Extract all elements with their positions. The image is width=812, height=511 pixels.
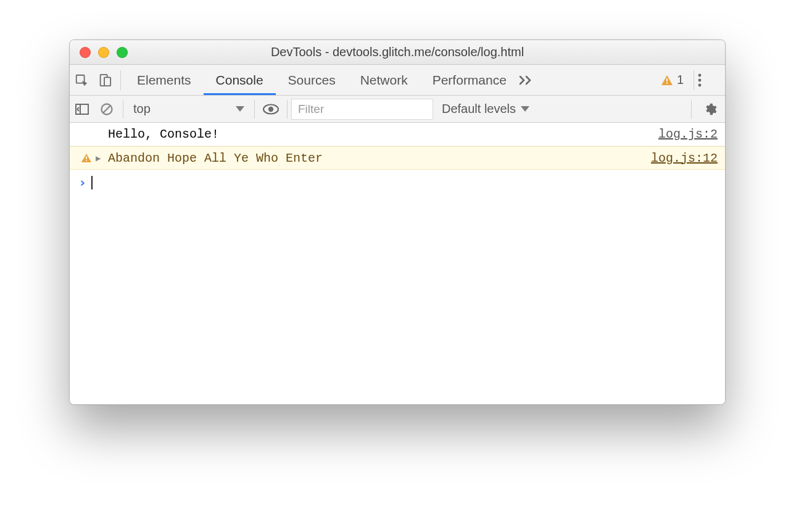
live-expression-icon[interactable] <box>259 97 283 122</box>
warning-icon <box>77 153 96 163</box>
divider <box>694 70 694 90</box>
window-minimize-button[interactable] <box>98 47 109 58</box>
devtools-window: DevTools - devtools.glitch.me/console/lo… <box>69 39 726 405</box>
svg-rect-14 <box>86 156 87 159</box>
console-prompt[interactable]: › <box>70 170 725 195</box>
warning-icon <box>661 75 673 86</box>
warnings-count-value: 1 <box>677 73 684 87</box>
disclosure-triangle-icon[interactable]: ▶ <box>96 153 107 164</box>
log-levels-selector[interactable]: Default levels <box>433 102 538 116</box>
svg-rect-3 <box>666 78 668 81</box>
console-settings-icon[interactable] <box>695 102 725 116</box>
tab-console[interactable]: Console <box>204 65 276 95</box>
console-message-log: Hello, Console! log.js:2 <box>70 123 725 146</box>
window-close-button[interactable] <box>80 47 91 58</box>
clear-console-icon[interactable] <box>94 97 119 122</box>
svg-rect-4 <box>666 82 668 83</box>
chevron-down-icon <box>236 106 244 112</box>
svg-point-6 <box>698 78 702 81</box>
divider <box>123 100 123 118</box>
svg-rect-2 <box>104 77 110 86</box>
window-titlebar: DevTools - devtools.glitch.me/console/lo… <box>70 40 725 65</box>
message-text: Abandon Hope All Ye Who Enter <box>107 151 651 165</box>
window-title: DevTools - devtools.glitch.me/console/lo… <box>70 45 725 59</box>
window-zoom-button[interactable] <box>117 47 128 58</box>
warnings-count[interactable]: 1 <box>655 73 690 87</box>
divider <box>254 100 255 118</box>
divider <box>287 100 288 118</box>
svg-rect-15 <box>86 160 87 161</box>
tab-sources[interactable]: Sources <box>276 65 348 95</box>
chevron-down-icon <box>521 106 529 112</box>
tab-network[interactable]: Network <box>348 65 420 95</box>
show-console-sidebar-icon[interactable] <box>70 97 94 122</box>
filter-input[interactable] <box>291 99 433 120</box>
message-source-link[interactable]: log.js:2 <box>658 127 718 141</box>
svg-point-7 <box>698 83 702 86</box>
message-text: Hello, Console! <box>107 127 658 141</box>
tab-performance[interactable]: Performance <box>420 65 519 95</box>
svg-line-11 <box>103 106 110 113</box>
tab-elements[interactable]: Elements <box>125 65 204 95</box>
main-tabs: Elements Console Sources Network Perform… <box>70 65 725 96</box>
svg-point-13 <box>268 106 273 111</box>
text-cursor <box>91 176 93 189</box>
device-toolbar-icon[interactable] <box>93 65 117 95</box>
more-tabs-icon[interactable] <box>519 75 544 85</box>
prompt-chevron-icon: › <box>78 175 86 190</box>
execution-context-value: top <box>133 102 151 116</box>
console-message-warning: ▶ Abandon Hope All Ye Who Enter log.js:1… <box>70 146 725 170</box>
console-messages: Hello, Console! log.js:2 ▶ Abandon Hope … <box>70 123 725 404</box>
inspect-element-icon[interactable] <box>70 65 93 95</box>
message-source-link[interactable]: log.js:12 <box>651 151 718 165</box>
settings-menu-icon[interactable] <box>698 73 725 87</box>
console-toolbar: top Default levels <box>70 96 725 123</box>
execution-context-selector[interactable]: top <box>127 99 251 120</box>
svg-point-5 <box>698 73 702 77</box>
window-controls <box>80 47 128 58</box>
divider <box>691 100 692 118</box>
divider <box>120 70 121 90</box>
log-levels-label: Default levels <box>442 102 516 116</box>
